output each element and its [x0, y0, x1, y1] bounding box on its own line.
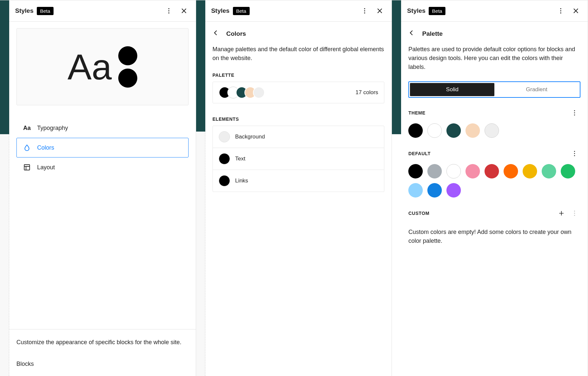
svg-point-5	[364, 10, 365, 11]
color-swatch[interactable]	[542, 164, 556, 178]
custom-more-button[interactable]	[569, 207, 580, 219]
element-label: Background	[235, 134, 265, 140]
element-text[interactable]: Text	[213, 148, 384, 170]
section-title: Palette	[422, 30, 442, 37]
add-custom-color-button[interactable]	[555, 207, 567, 219]
color-swatch[interactable]	[427, 123, 442, 138]
svg-point-2	[168, 12, 169, 13]
svg-point-12	[574, 115, 575, 115]
palette-row[interactable]: 17 colors	[213, 82, 385, 103]
color-swatch[interactable]	[408, 164, 423, 178]
nav-item-typography[interactable]: Aa Typography	[16, 118, 189, 138]
more-menu-button[interactable]	[163, 5, 175, 17]
svg-point-16	[574, 211, 575, 212]
svg-point-15	[574, 155, 575, 156]
svg-point-0	[168, 8, 169, 9]
panel-header: Styles Beta	[9, 0, 196, 22]
nav-item-colors[interactable]: Colors	[16, 138, 189, 157]
close-button[interactable]	[570, 5, 582, 17]
svg-point-4	[364, 8, 365, 9]
nav-item-layout[interactable]: Layout	[16, 157, 189, 177]
back-button[interactable]	[408, 30, 415, 38]
color-swatch[interactable]	[465, 164, 480, 178]
svg-rect-3	[24, 165, 30, 170]
svg-point-1	[168, 10, 169, 11]
nav-label: Layout	[37, 164, 55, 171]
beta-badge: Beta	[233, 7, 250, 15]
color-swatch[interactable]	[485, 123, 499, 138]
drop-icon	[23, 144, 31, 151]
typography-icon: Aa	[23, 125, 31, 132]
color-swatch[interactable]	[446, 183, 461, 198]
color-swatch[interactable]	[446, 123, 461, 138]
svg-point-7	[560, 8, 561, 9]
svg-point-9	[560, 12, 561, 13]
svg-point-13	[574, 151, 575, 152]
close-button[interactable]	[178, 5, 190, 17]
layout-icon	[23, 164, 31, 171]
blocks-description: Customize the appearance of specific blo…	[16, 338, 189, 347]
palette-swatch	[253, 87, 265, 98]
svg-point-11	[574, 113, 575, 114]
more-menu-button[interactable]	[359, 5, 371, 17]
preview-color-dot	[118, 69, 137, 88]
default-more-button[interactable]	[569, 148, 580, 159]
panel-header: Styles Beta	[205, 0, 392, 22]
panel-title: Styles	[15, 7, 34, 14]
custom-empty-description: Custom colors are empty! Add some colors…	[401, 228, 588, 245]
blocks-section: Customize the appearance of specific blo…	[9, 329, 196, 376]
color-swatch	[219, 153, 230, 164]
beta-badge: Beta	[429, 7, 445, 15]
svg-point-18	[574, 215, 575, 216]
style-preview-card: Aa	[16, 28, 189, 105]
back-button[interactable]	[213, 30, 219, 38]
element-label: Links	[235, 178, 248, 184]
element-label: Text	[235, 156, 245, 162]
theme-heading: THEME	[408, 110, 425, 115]
tab-solid[interactable]: Solid	[410, 83, 494, 96]
color-swatch[interactable]	[523, 164, 537, 178]
panel-header: Styles Beta	[401, 0, 588, 22]
color-swatch[interactable]	[408, 183, 423, 198]
section-description: Palettes are used to provide default col…	[401, 41, 588, 81]
color-swatch[interactable]	[408, 123, 423, 138]
color-swatch	[219, 175, 230, 186]
section-title: Colors	[226, 30, 246, 37]
preview-aa-text: Aa	[68, 49, 112, 85]
color-swatch[interactable]	[561, 164, 575, 178]
color-swatch[interactable]	[427, 164, 442, 178]
svg-point-10	[574, 110, 575, 111]
tab-gradient[interactable]: Gradient	[494, 83, 579, 96]
blocks-link[interactable]: Blocks	[16, 361, 189, 367]
close-button[interactable]	[374, 5, 386, 17]
default-heading: DEFAULT	[408, 151, 430, 156]
color-swatch	[219, 131, 230, 142]
color-swatch[interactable]	[427, 183, 442, 198]
panel-title: Styles	[407, 7, 425, 14]
theme-more-button[interactable]	[569, 107, 580, 119]
palette-color-count: 17 colors	[355, 89, 378, 96]
svg-point-14	[574, 153, 575, 154]
svg-point-8	[560, 10, 561, 11]
beta-badge: Beta	[37, 7, 54, 15]
element-background[interactable]: Background	[213, 126, 384, 148]
section-description: Manage palettes and the default color of…	[205, 41, 392, 73]
nav-label: Colors	[37, 144, 54, 151]
color-swatch[interactable]	[465, 123, 480, 138]
color-swatch[interactable]	[485, 164, 499, 178]
element-links[interactable]: Links	[213, 170, 384, 192]
panel-title: Styles	[211, 7, 230, 14]
more-menu-button[interactable]	[555, 5, 567, 17]
preview-color-dot	[118, 46, 137, 65]
elements-heading: ELEMENTS	[205, 116, 392, 126]
palette-heading: PALETTE	[205, 73, 392, 82]
svg-point-6	[364, 12, 365, 13]
svg-point-17	[574, 213, 575, 214]
nav-label: Typography	[37, 125, 68, 132]
palette-type-toggle: Solid Gradient	[408, 81, 580, 98]
color-swatch[interactable]	[504, 164, 518, 178]
custom-heading: CUSTOM	[408, 211, 429, 216]
color-swatch[interactable]	[446, 164, 461, 178]
